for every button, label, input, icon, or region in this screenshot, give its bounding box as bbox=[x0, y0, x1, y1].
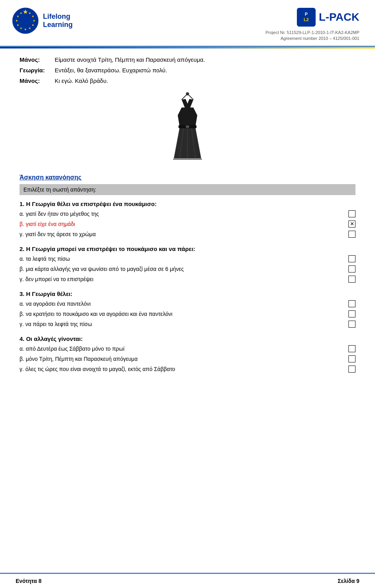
lifelong-learning-text: Lifelong Learning bbox=[43, 13, 73, 29]
q3-option-b-text: β.να κρατήσει το πουκάμισο και να αγοράσ… bbox=[20, 311, 345, 317]
dialog-line-1: Μάνος: Είμαστε ανοιχτά Τρίτη, Πέμπτη και… bbox=[20, 56, 355, 63]
q2-checkbox-a[interactable] bbox=[348, 255, 355, 262]
svg-marker-21 bbox=[178, 108, 197, 127]
page-header: Lifelong Learning P L2 L-PACK Project Nr… bbox=[0, 0, 375, 47]
page-footer: Ενότητα 8 Σελίδα 9 bbox=[0, 573, 375, 588]
q2-checkbox-c[interactable] bbox=[348, 276, 355, 283]
question-2: 2. Η Γεωργία μπορεί να επιστρέψει το που… bbox=[20, 246, 355, 283]
question-1: 1. Η Γεωργία θέλει να επιστρέψει ένα που… bbox=[20, 201, 355, 238]
speaker-2: Γεωργία: bbox=[20, 67, 55, 74]
svg-text:L2: L2 bbox=[304, 17, 309, 22]
dress-image-container bbox=[20, 92, 355, 166]
q4-checkbox-c[interactable] bbox=[348, 366, 355, 373]
q2-option-a-text: α.τα λεφτά της πίσω bbox=[20, 256, 345, 262]
question-1-option-c: γ.γιατί δεν της άρεσε το χρώμα bbox=[20, 231, 355, 238]
main-content: Μάνος: Είμαστε ανοιχτά Τρίτη, Πέμπτη και… bbox=[0, 48, 375, 573]
question-4-option-c: γ.όλες τις ώρες που είναι ανοιχτά το μαγ… bbox=[20, 366, 355, 373]
lpack-cube-icon: P L2 bbox=[296, 7, 316, 27]
q3-option-a-text: α.να αγοράσει ένα παντελόνι bbox=[20, 301, 345, 307]
lifelong-line1: Lifelong bbox=[43, 13, 73, 21]
svg-text:P: P bbox=[305, 12, 308, 16]
question-2-title: 2. Η Γεωργία μπορεί να επιστρέψει το που… bbox=[20, 246, 355, 252]
q1-checkbox-a[interactable] bbox=[348, 210, 355, 217]
question-2-option-b: β.μια κάρτα αλλαγής για να ψωνίσει από τ… bbox=[20, 265, 355, 272]
q3-option-c-text: γ.να πάρει τα λεφτά της πίσω bbox=[20, 321, 345, 327]
q3-checkbox-b[interactable] bbox=[348, 310, 355, 317]
dialog-text-1: Είμαστε ανοιχτά Τρίτη, Πέμπτη και Παρασκ… bbox=[55, 56, 205, 63]
project-nr: Project Nr. 511529-LLP-1-2010-1-IT-KA2-K… bbox=[266, 30, 359, 42]
question-3-option-c: γ.να πάρει τα λεφτά της πίσω bbox=[20, 321, 355, 328]
dialog-section: Μάνος: Είμαστε ανοιχτά Τρίτη, Πέμπτη και… bbox=[20, 56, 355, 84]
question-2-option-a: α.τα λεφτά της πίσω bbox=[20, 255, 355, 262]
svg-point-19 bbox=[186, 92, 189, 95]
lpack-logo-box: P L2 L-PACK bbox=[296, 7, 359, 27]
dialog-text-3: Κι εγώ. Καλό βράδυ. bbox=[55, 77, 108, 84]
eu-logo-area: Lifelong Learning bbox=[12, 7, 73, 34]
q4-option-a-text: α.από Δευτέρα έως Σάββατο μόνο το πρωί bbox=[20, 346, 345, 352]
exercise-header: Άσκηση κατανόησης Επιλέξτε τη σωστή απάν… bbox=[20, 174, 355, 195]
question-4-option-b: β.μόνο Τρίτη, Πέμπτη και Παρασκευή απόγε… bbox=[20, 355, 355, 362]
question-4-title: 4. Οι αλλαγές γίνονται: bbox=[20, 335, 355, 342]
lpack-logo-area: P L2 L-PACK Project Nr. 511529-LLP-1-201… bbox=[266, 7, 359, 42]
q1-checkbox-c[interactable] bbox=[348, 231, 355, 238]
dialog-line-2: Γεωργία: Εντάξει, θα ξαναπεράσω. Ευχαρισ… bbox=[20, 67, 355, 74]
q2-checkbox-b[interactable] bbox=[348, 265, 355, 272]
q3-checkbox-a[interactable] bbox=[348, 300, 355, 307]
question-3-option-a: α.να αγοράσει ένα παντελόνι bbox=[20, 300, 355, 307]
speaker-3: Μάνος: bbox=[20, 77, 55, 84]
dress-image bbox=[162, 92, 213, 166]
q1-option-c-text: γ.γιατί δεν της άρεσε το χρώμα bbox=[20, 231, 345, 237]
exercise-instruction-text: Επιλέξτε τη σωστή απάντηση: bbox=[23, 186, 96, 193]
q1-option-b-text: β.γιατί είχε ένα σημάδι bbox=[20, 221, 345, 227]
page-wrapper: Lifelong Learning P L2 L-PACK Project Nr… bbox=[0, 0, 375, 588]
lpack-label: L-PACK bbox=[319, 11, 359, 23]
question-1-option-a: α.γιατί δεν ήταν στο μέγεθος της bbox=[20, 210, 355, 217]
q1-option-a-text: α.γιατί δεν ήταν στο μέγεθος της bbox=[20, 211, 345, 217]
footer-right-label: Σελίδα 9 bbox=[338, 578, 360, 584]
q4-checkbox-a[interactable] bbox=[348, 345, 355, 352]
svg-marker-20 bbox=[182, 99, 193, 108]
q2-option-b-text: β.μια κάρτα αλλαγής για να ψωνίσει από τ… bbox=[20, 266, 345, 272]
q4-option-c-text: γ.όλες τις ώρες που είναι ανοιχτά το μαγ… bbox=[20, 366, 345, 372]
question-4: 4. Οι αλλαγές γίνονται: α.από Δευτέρα έω… bbox=[20, 335, 355, 373]
speaker-1: Μάνος: bbox=[20, 56, 55, 63]
question-4-option-a: α.από Δευτέρα έως Σάββατο μόνο το πρωί bbox=[20, 345, 355, 352]
q1-checkbox-b[interactable] bbox=[348, 220, 355, 228]
q3-checkbox-c[interactable] bbox=[348, 321, 355, 328]
eu-flag-icon bbox=[12, 7, 39, 34]
exercise-instruction-bar: Επιλέξτε τη σωστή απάντηση: bbox=[20, 184, 355, 195]
q4-checkbox-b[interactable] bbox=[348, 355, 355, 362]
question-3-title: 3. Η Γεωργία θέλει: bbox=[20, 290, 355, 297]
dialog-text-2: Εντάξει, θα ξαναπεράσω. Ευχαριστώ πολύ. bbox=[55, 67, 167, 74]
question-3-option-b: β.να κρατήσει το πουκάμισο και να αγοράσ… bbox=[20, 310, 355, 317]
q2-option-c-text: γ.δεν μπορεί να το επιστρέψει bbox=[20, 276, 345, 282]
question-1-option-b: β.γιατί είχε ένα σημάδι bbox=[20, 220, 355, 228]
footer-left-label: Ενότητα 8 bbox=[16, 578, 41, 584]
question-2-option-c: γ.δεν μπορεί να το επιστρέψει bbox=[20, 276, 355, 283]
question-3: 3. Η Γεωργία θέλει: α.να αγοράσει ένα πα… bbox=[20, 290, 355, 328]
lifelong-line2: Learning bbox=[43, 21, 73, 29]
exercise-title: Άσκηση κατανόησης bbox=[20, 174, 355, 181]
q4-option-b-text: β.μόνο Τρίτη, Πέμπτη και Παρασκευή απόγε… bbox=[20, 356, 345, 362]
svg-rect-27 bbox=[186, 125, 189, 128]
dialog-line-3: Μάνος: Κι εγώ. Καλό βράδυ. bbox=[20, 77, 355, 84]
question-1-title: 1. Η Γεωργία θέλει να επιστρέψει ένα που… bbox=[20, 201, 355, 207]
